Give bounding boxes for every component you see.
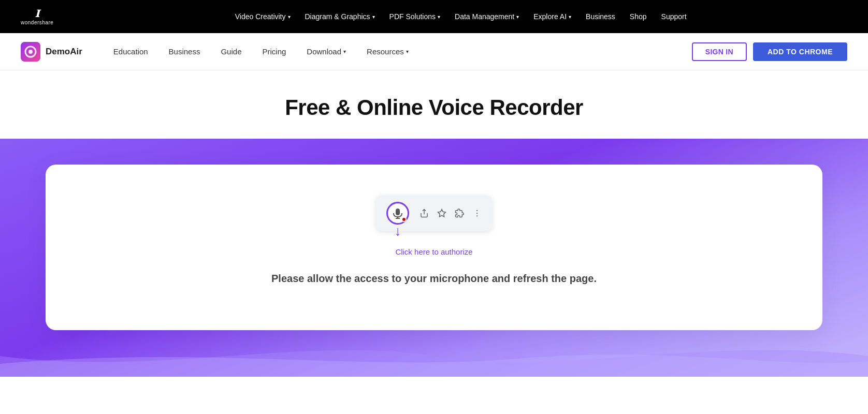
- nav-actions: SIGN IN ADD TO CHROME: [692, 42, 847, 61]
- sec-nav-education[interactable]: Education: [103, 43, 158, 60]
- sec-nav-business[interactable]: Business: [158, 43, 211, 60]
- sign-in-button[interactable]: SIGN IN: [692, 42, 747, 61]
- secondary-nav-links: Education Business Guide Pricing Downloa…: [103, 43, 692, 60]
- main-content-area: ↓: [0, 139, 868, 377]
- page-title: Free & Online Voice Recorder: [10, 95, 858, 120]
- mic-icon-circle: [386, 202, 409, 225]
- top-nav-shop[interactable]: Shop: [624, 8, 653, 25]
- svg-point-10: [476, 215, 478, 216]
- svg-point-2: [28, 50, 33, 54]
- secondary-navigation: DemoAir Education Business Guide Pricing…: [0, 33, 868, 70]
- chevron-down-icon: ▾: [343, 49, 346, 54]
- chevron-down-icon: ▾: [288, 14, 291, 20]
- authorize-link[interactable]: Click here to authorize: [395, 247, 472, 256]
- sec-nav-download[interactable]: Download ▾: [296, 43, 356, 60]
- svg-point-8: [476, 210, 478, 211]
- top-nav-support[interactable]: Support: [655, 8, 693, 25]
- chevron-down-icon: ▾: [569, 14, 571, 20]
- permission-message: Please allow the access to your micropho…: [271, 273, 597, 285]
- top-nav-video-creativity[interactable]: Video Creativity ▾: [229, 8, 297, 25]
- browser-toolbar-icons: [419, 209, 482, 218]
- svg-point-9: [476, 213, 478, 214]
- demoair-brand[interactable]: DemoAir: [21, 42, 82, 62]
- chevron-down-icon: ▾: [372, 14, 375, 20]
- recording-indicator: [401, 217, 407, 222]
- mic-button-area[interactable]: ↓: [386, 202, 409, 225]
- demoair-brand-name: DemoAir: [46, 47, 82, 57]
- chevron-down-icon: ▾: [516, 14, 519, 20]
- ws-w-icon: 𝐈: [35, 8, 39, 19]
- ws-brand-name: wondershare: [21, 20, 53, 25]
- top-nav-explore-ai[interactable]: Explore AI ▾: [527, 8, 577, 25]
- add-to-chrome-button[interactable]: ADD TO CHROME: [753, 42, 847, 61]
- sec-nav-resources[interactable]: Resources ▾: [356, 43, 419, 60]
- svg-rect-3: [396, 209, 400, 215]
- demoair-logo-icon: [21, 42, 40, 62]
- wondershare-logo[interactable]: 𝐈 wondershare: [21, 8, 53, 25]
- top-nav-items: Video Creativity ▾ Diagram & Graphics ▾ …: [74, 8, 847, 25]
- chevron-down-icon: ▾: [406, 49, 409, 54]
- star-icon[interactable]: [437, 209, 446, 218]
- sec-nav-pricing[interactable]: Pricing: [252, 43, 296, 60]
- chevron-down-icon: ▾: [438, 14, 440, 20]
- share-icon[interactable]: [419, 209, 429, 218]
- cursor-icon: ↓: [395, 223, 401, 239]
- top-navigation: 𝐈 wondershare Video Creativity ▾ Diagram…: [0, 0, 868, 33]
- browser-tooltip: ↓: [376, 196, 492, 231]
- sec-nav-guide[interactable]: Guide: [210, 43, 252, 60]
- tooltip-wrapper: ↓: [376, 196, 492, 256]
- top-nav-business[interactable]: Business: [580, 8, 621, 25]
- hero-section: Free & Online Voice Recorder: [0, 70, 868, 139]
- top-nav-pdf-solutions[interactable]: PDF Solutions ▾: [383, 8, 446, 25]
- top-nav-data-management[interactable]: Data Management ▾: [449, 8, 525, 25]
- top-nav-diagram-graphics[interactable]: Diagram & Graphics ▾: [299, 8, 381, 25]
- more-options-icon[interactable]: [472, 209, 482, 218]
- extension-icon[interactable]: [455, 209, 464, 218]
- recorder-card: ↓: [46, 165, 822, 330]
- svg-marker-7: [438, 210, 446, 217]
